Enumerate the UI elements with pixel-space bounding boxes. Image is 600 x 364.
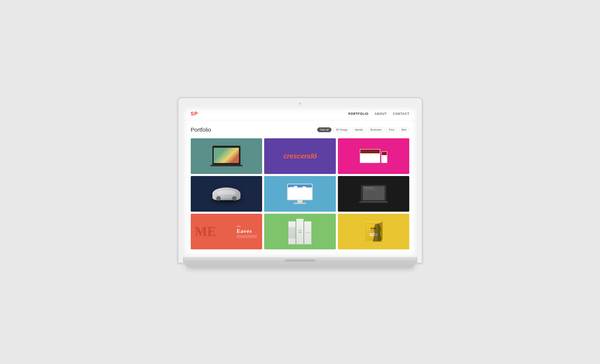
brochure-panel-3: FUTURE	[304, 221, 311, 244]
laptop-illustration	[212, 146, 240, 165]
filter-view-all[interactable]: View all	[317, 127, 331, 132]
edison-design: EDIS THERE'S ASTORY... FIND X	[338, 214, 410, 249]
main-content: Portfolio View all 3D Design Identity Il…	[183, 120, 417, 257]
vehicle-shape	[212, 187, 240, 200]
nav-bar: SP PORTFOLIO ABOUT CONTACT	[183, 107, 417, 120]
brochure-mock: FUTURE FUTURE	[288, 219, 311, 244]
camera-dot	[299, 103, 301, 105]
dark-laptop-wrapper	[359, 185, 388, 203]
grid-item-7[interactable]: ME Mrs Eaves	[191, 214, 262, 249]
laptop-screen-mini	[214, 148, 239, 163]
nav-link-portfolio[interactable]: PORTFOLIO	[348, 112, 368, 116]
grid-item-5[interactable]	[264, 176, 336, 212]
vehicle-wheel-right	[232, 196, 237, 201]
desktop-mock: Put your best foot forward. every Bright…	[360, 149, 380, 163]
nav-item-about[interactable]: ABOUT	[375, 111, 387, 116]
eaves-title: Eaves	[237, 227, 257, 234]
item-inner-2: crescendó	[264, 138, 336, 174]
item-inner-3: Put your best foot forward. every Bright…	[338, 138, 410, 174]
eaves-line-1	[237, 235, 257, 235]
imac-stand	[297, 200, 302, 203]
nav-item-contact[interactable]: CONTACT	[393, 111, 410, 116]
icon-2	[294, 186, 297, 192]
page-title: Portfolio	[191, 127, 211, 133]
filter-3d-design[interactable]: 3D Design	[333, 127, 351, 132]
imac-mock	[287, 184, 313, 204]
brochure-img-1	[288, 227, 296, 238]
dark-laptop-screen	[363, 186, 385, 200]
brochure-panel-2: FUTURE	[296, 219, 303, 244]
grid-item-4[interactable]	[191, 176, 262, 212]
filter-web[interactable]: Web	[399, 127, 409, 132]
desktop-text: Put your best foot forward. every Bright…	[360, 150, 380, 154]
filter-print[interactable]: Print	[386, 127, 397, 132]
item-inner-9: EDIS THERE'S ASTORY... FIND X	[338, 214, 410, 249]
scene: SP PORTFOLIO ABOUT CONTACT	[178, 97, 423, 267]
text-line-3	[364, 190, 376, 190]
item-inner-7: ME Mrs Eaves	[191, 214, 262, 249]
item-inner-1	[191, 138, 262, 174]
crescendo-logo: crescendó	[283, 152, 317, 160]
screen-content: SP PORTFOLIO ABOUT CONTACT	[183, 107, 417, 257]
eaves-line-4	[237, 237, 257, 238]
grid-item-1[interactable]	[191, 138, 262, 174]
filter-tags: View all 3D Design Identity Illustration…	[317, 127, 410, 132]
nav-link-about[interactable]: ABOUT	[375, 112, 387, 116]
crescendo-text: crescendó	[283, 152, 317, 160]
vehicle-wheel-left	[216, 196, 221, 201]
item-inner-6	[338, 176, 410, 212]
imac-base	[293, 203, 306, 204]
phone-mock	[381, 151, 387, 163]
desktop-mock-inner: Put your best foot forward. every Bright…	[360, 150, 380, 163]
imac-screen	[287, 184, 313, 200]
text-line-1	[364, 187, 374, 188]
item-inner-8: FUTURE FUTURE	[264, 214, 336, 249]
icon-3	[298, 187, 302, 192]
dark-screen-text	[363, 186, 385, 191]
brochure-text-3: FUTURE	[305, 232, 310, 234]
eaves-lines	[237, 235, 257, 238]
item-inner-5	[264, 176, 336, 212]
brochure-text-2: FUTURE	[298, 229, 302, 234]
laptop-base	[185, 263, 415, 267]
filter-illustration[interactable]: Illustration	[367, 127, 385, 132]
icon-1	[289, 187, 293, 192]
device-mockup: Put your best foot forward. every Bright…	[360, 149, 387, 163]
laptop-outer: SP PORTFOLIO ABOUT CONTACT	[178, 97, 423, 267]
dark-laptop	[361, 185, 386, 201]
laptop-bottom	[183, 257, 417, 263]
portfolio-grid: crescendó Put your best foot forwa	[191, 138, 410, 249]
imac-content-icons	[288, 184, 312, 192]
nav-link-contact[interactable]: CONTACT	[393, 112, 410, 116]
brochure-design: FUTURE FUTURE	[264, 214, 336, 249]
grid-item-8[interactable]: FUTURE FUTURE	[264, 214, 336, 249]
nav-links: PORTFOLIO ABOUT CONTACT	[348, 111, 409, 116]
portfolio-header: Portfolio View all 3D Design Identity Il…	[191, 127, 410, 133]
filter-identity[interactable]: Identity	[352, 127, 366, 132]
eaves-mrs-label: Mrs	[237, 225, 257, 227]
grid-item-6[interactable]	[338, 176, 410, 212]
icon-4	[302, 186, 306, 192]
item-inner-4	[191, 176, 262, 212]
vehicle-container	[212, 187, 240, 200]
eaves-text-block: Mrs Eaves	[237, 225, 257, 238]
grid-item-2[interactable]: crescendó	[264, 138, 336, 174]
eaves-line-3	[237, 237, 257, 237]
eaves-me-letters: ME	[195, 225, 216, 237]
imac-screen-content	[288, 184, 312, 200]
laptop-wrapper-1	[210, 146, 242, 166]
vehicle-windshield	[218, 190, 235, 195]
eaves-design: ME Mrs Eaves	[191, 214, 262, 249]
grid-item-9[interactable]: EDIS THERE'S ASTORY... FIND X	[338, 214, 410, 249]
eaves-line-2	[237, 236, 257, 236]
screen-bezel: SP PORTFOLIO ABOUT CONTACT	[178, 97, 423, 263]
phone-mock-inner	[382, 152, 387, 163]
box-3d: EDIS THERE'S ASTORY... FIND X	[363, 221, 384, 242]
brochure-panel-1	[288, 221, 296, 244]
hinge-notch	[285, 259, 315, 262]
nav-item-portfolio[interactable]: PORTFOLIO	[348, 111, 368, 116]
text-line-2	[364, 189, 378, 189]
logo[interactable]: SP	[191, 111, 198, 117]
grid-item-3[interactable]: Put your best foot forward. every Bright…	[338, 138, 410, 174]
